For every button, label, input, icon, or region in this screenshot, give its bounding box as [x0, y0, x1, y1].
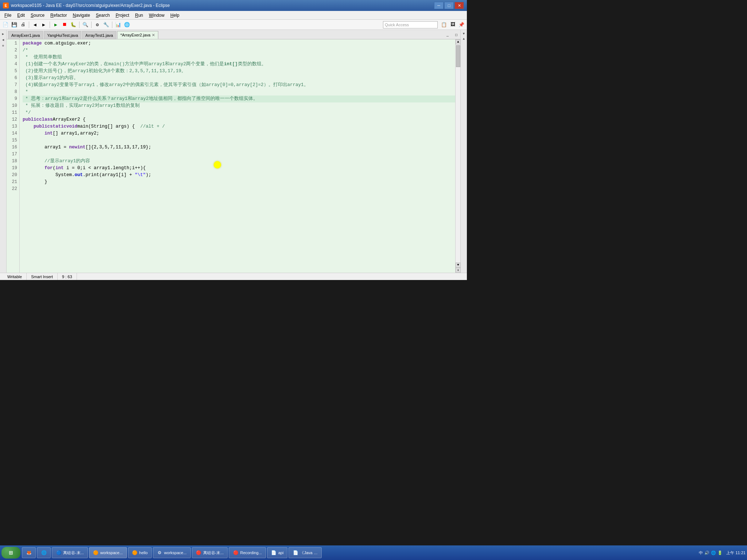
code-line-17: [23, 151, 457, 158]
scroll-up-button[interactable]: ▲: [456, 39, 461, 44]
code-line-11: */: [23, 109, 457, 116]
code-line-14: int[] array1,array2;: [23, 130, 457, 137]
back-button[interactable]: ◀: [31, 21, 39, 29]
tab-label: YangHuiTest.java: [47, 33, 78, 38]
tab-arrayexer1[interactable]: ArrayExer1.java: [8, 31, 43, 39]
toolbar-sep3: [79, 22, 80, 28]
menu-bar: File Edit Source Refactor Navigate Searc…: [0, 11, 467, 20]
code-line-9: * 思考：array1和array2是什么关系？array1和array2地址值…: [23, 96, 457, 102]
menu-window[interactable]: Window: [146, 11, 167, 19]
new-button[interactable]: 📄: [1, 21, 9, 29]
code-line-6: (3)显示array1的内容。: [23, 75, 457, 82]
forward-button[interactable]: ▶: [40, 21, 48, 29]
quick-access-box[interactable]: Quick Access: [383, 21, 438, 28]
tab-bar: ArrayExer1.java YangHuiTest.java ArrayTe…: [7, 30, 460, 39]
menu-edit[interactable]: Edit: [14, 11, 28, 19]
code-line-18: //显示array1的内容: [23, 158, 457, 165]
tab-label: ArrayTest1.java: [85, 33, 113, 38]
tab-label: *ArrayExer2.java: [120, 33, 151, 37]
sidebar-icon1[interactable]: ▶: [1, 31, 6, 36]
window-title: workspace0105 - Java EE - day07/src/com/…: [11, 3, 434, 8]
code-line-20: System.out.print(array1[i] + "\t");: [23, 172, 457, 179]
vertical-scrollbar[interactable]: ▲ ▼ ⬇: [455, 39, 460, 273]
code-line-22: [23, 186, 457, 192]
eclipse-icon: E: [3, 3, 9, 8]
toolbar-icon2[interactable]: 🖼: [449, 21, 457, 29]
right-sidebar-icon1[interactable]: ▼: [461, 31, 467, 36]
toolbar-sep2: [50, 22, 50, 28]
stop-button[interactable]: ⏹: [61, 21, 69, 29]
code-line-4: (1)创建一个名为ArrayExer2的类，在main()方法中声明array1…: [23, 61, 457, 68]
window-controls: ─ □ ✕: [434, 2, 464, 9]
sidebar-icon3[interactable]: ⊕: [1, 43, 6, 48]
code-area[interactable]: package com.atguigu.exer; /* * 使用简单数组 (1…: [20, 39, 460, 273]
toolbar-icon1[interactable]: 📋: [440, 21, 448, 29]
code-line-3: * 使用简单数组: [23, 54, 457, 61]
search-toolbar-button[interactable]: 🔍: [81, 21, 89, 29]
quick-access-label: Quick Access: [385, 23, 409, 27]
right-sidebar-icon2[interactable]: ▲: [461, 36, 467, 42]
tab-controls: _ □: [444, 31, 460, 39]
menu-file[interactable]: File: [1, 11, 14, 19]
tab-arrayexer2[interactable]: *ArrayExer2.java ✕: [117, 31, 159, 39]
toolbar-sep5: [112, 22, 112, 28]
code-line-5: (2)使用大括号{}，把array1初始化为8个素数：2,3,5,7,11,13…: [23, 68, 457, 75]
code-line-16: array1 = new int[]{2,3,5,7,11,13,17,19};: [23, 144, 457, 151]
tab-arraytest1[interactable]: ArrayTest1.java: [82, 31, 116, 39]
tab-maximize[interactable]: □: [452, 31, 460, 39]
menu-search[interactable]: Search: [93, 11, 113, 19]
right-sidebar: ▼ ▲: [460, 30, 467, 274]
code-line-13: public static void main(String[] args) {…: [23, 123, 457, 130]
settings-button[interactable]: ⚙: [93, 21, 101, 29]
status-position: 9 : 63: [58, 273, 77, 280]
code-line-15: [23, 137, 457, 144]
tab-close-button[interactable]: ✕: [152, 33, 155, 38]
menu-run[interactable]: Run: [132, 11, 146, 19]
maximize-button[interactable]: □: [444, 2, 454, 9]
sidebar-icon2[interactable]: ◀: [1, 37, 6, 42]
run-button[interactable]: ▶: [52, 21, 60, 29]
minimize-button[interactable]: ─: [434, 2, 444, 9]
toolbar-sep1: [29, 22, 29, 28]
code-line-8: *: [23, 89, 457, 96]
editor: 1 2 3 4 5 6 7 8 9 10 11 12 13 14 15 16 1…: [7, 39, 460, 273]
status-insert-mode: Smart Insert: [27, 273, 58, 280]
toolbar-sep4: [91, 22, 92, 28]
tab-minimize[interactable]: _: [444, 31, 452, 39]
menu-refactor[interactable]: Refactor: [47, 11, 70, 19]
tab-label: ArrayExer1.java: [11, 33, 40, 38]
code-line-10: * 拓展：修改题目，实现array2对array1数组的复制: [23, 102, 457, 109]
debug-button[interactable]: 🐛: [69, 21, 77, 29]
menu-help[interactable]: Help: [167, 11, 182, 19]
left-sidebar: ▶ ◀ ⊕: [0, 30, 7, 274]
title-bar: E workspace0105 - Java EE - day07/src/co…: [0, 0, 467, 11]
print-button[interactable]: 🖨: [19, 21, 27, 29]
scroll-down-button[interactable]: ▼: [456, 262, 461, 268]
perspective-button[interactable]: 🔧: [102, 21, 110, 29]
menu-navigate[interactable]: Navigate: [70, 11, 93, 19]
toolbar-icon3[interactable]: 📌: [457, 21, 465, 29]
code-line-21: }: [23, 179, 457, 186]
ext-button2[interactable]: 🌐: [123, 21, 131, 29]
status-bar: Writable Smart Insert 9 : 63: [0, 273, 467, 280]
scroll-bottom-button[interactable]: ⬇: [456, 268, 461, 273]
save-button[interactable]: 💾: [10, 21, 18, 29]
code-line-12: public class ArrayExer2 {: [23, 116, 457, 123]
ext-button1[interactable]: 📊: [114, 21, 122, 29]
code-line-1: package com.atguigu.exer;: [23, 40, 457, 47]
scroll-thumb[interactable]: [456, 45, 460, 67]
code-line-7: (4)赋值array2变量等于array1，修改array2中的偶索引元素，使其…: [23, 82, 457, 89]
status-writable: Writable: [3, 273, 27, 280]
line-numbers: 1 2 3 4 5 6 7 8 9 10 11 12 13 14 15 16 1…: [7, 39, 20, 273]
menu-project[interactable]: Project: [113, 11, 132, 19]
code-line-19: for(int i = 0;i < array1.length;i++){: [23, 165, 457, 172]
menu-source[interactable]: Source: [28, 11, 47, 19]
close-button[interactable]: ✕: [454, 2, 464, 9]
toolbar: 📄 💾 🖨 ◀ ▶ ▶ ⏹ 🐛 🔍 ⚙ 🔧 📊 🌐 Quick Access 📋…: [0, 20, 467, 30]
tab-yanghutest[interactable]: YangHuiTest.java: [44, 31, 81, 39]
code-line-2: /*: [23, 47, 457, 54]
